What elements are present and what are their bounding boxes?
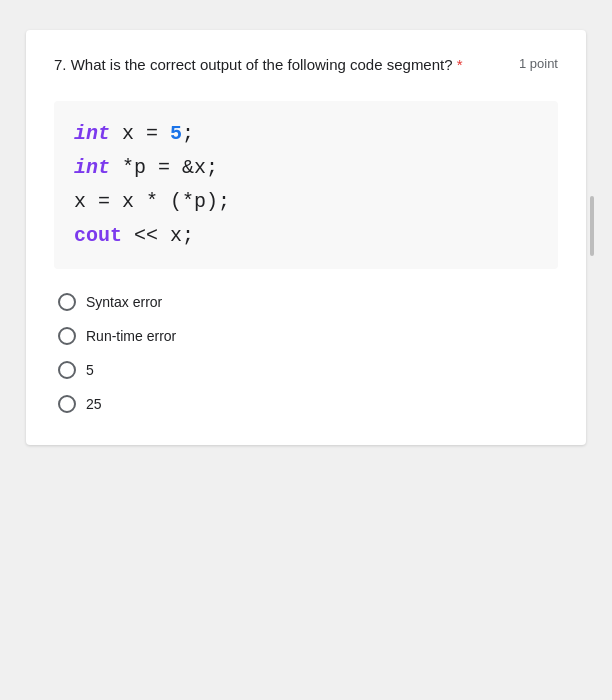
question-card: 7. What is the correct output of the fol… xyxy=(26,30,586,445)
option-syntax-error[interactable]: Syntax error xyxy=(58,293,558,311)
required-marker: * xyxy=(457,56,463,73)
code-line-2: int *p = &x; xyxy=(74,151,538,185)
option-runtime-error[interactable]: Run-time error xyxy=(58,327,558,345)
option-label-5: 5 xyxy=(86,362,94,378)
option-25[interactable]: 25 xyxy=(58,395,558,413)
keyword-int-1: int xyxy=(74,122,110,145)
question-body-text: What is the correct output of the follow… xyxy=(71,56,453,73)
radio-5[interactable] xyxy=(58,361,76,379)
radio-syntax-error[interactable] xyxy=(58,293,76,311)
option-label-25: 25 xyxy=(86,396,102,412)
radio-runtime-error[interactable] xyxy=(58,327,76,345)
code-line-1: int x = 5; xyxy=(74,117,538,151)
code-line-3: x = x * (*p); xyxy=(74,185,538,219)
code-line-4: cout << x; xyxy=(74,219,538,253)
scrollbar xyxy=(590,196,594,256)
number-5: 5 xyxy=(170,122,182,145)
option-label-runtime-error: Run-time error xyxy=(86,328,176,344)
question-text: 7. What is the correct output of the fol… xyxy=(54,54,503,77)
keyword-cout: cout xyxy=(74,224,122,247)
points-label: 1 point xyxy=(519,54,558,71)
option-label-syntax-error: Syntax error xyxy=(86,294,162,310)
code-block: int x = 5; int *p = &x; x = x * (*p); co… xyxy=(54,101,558,269)
option-5[interactable]: 5 xyxy=(58,361,558,379)
keyword-int-2: int xyxy=(74,156,110,179)
radio-25[interactable] xyxy=(58,395,76,413)
question-number: 7 xyxy=(54,56,62,73)
options-list: Syntax error Run-time error 5 25 xyxy=(54,293,558,413)
question-header: 7. What is the correct output of the fol… xyxy=(54,54,558,77)
